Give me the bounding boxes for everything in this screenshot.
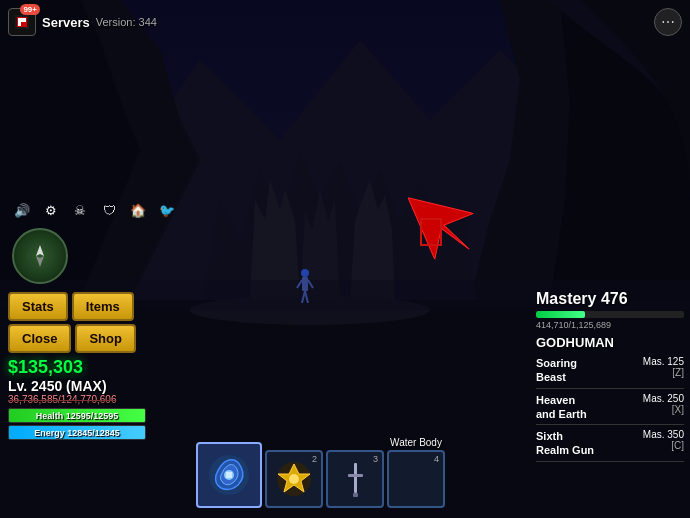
svg-rect-22 bbox=[18, 18, 21, 26]
home-icon[interactable]: 🏠 bbox=[126, 198, 150, 222]
skill-name-1: Heavenand Earth bbox=[536, 393, 587, 422]
svg-line-15 bbox=[297, 280, 302, 288]
level-display: Lv. 2450 (MAX) bbox=[8, 378, 146, 394]
player-character bbox=[295, 268, 315, 307]
svg-rect-32 bbox=[354, 463, 357, 493]
hotbar-slot-2[interactable]: 2 bbox=[265, 450, 323, 508]
skill-mas-0: Mas. 125 bbox=[643, 356, 684, 367]
svg-marker-25 bbox=[36, 245, 44, 256]
skill-info-1: Mas. 250 [X] bbox=[643, 393, 684, 415]
slot-4-number: 4 bbox=[434, 454, 439, 464]
svg-line-16 bbox=[308, 280, 313, 288]
stats-button[interactable]: Stats bbox=[8, 292, 68, 321]
xp-display: 36,736,585/124,770,606 bbox=[8, 394, 146, 405]
server-label: Servers bbox=[42, 15, 90, 30]
water-body-label: Water Body bbox=[390, 437, 442, 448]
left-panel: Stats Items Close Shop $135,303 Lv. 2450… bbox=[8, 292, 146, 440]
close-button[interactable]: Close bbox=[8, 324, 71, 353]
hotbar-slot-3[interactable]: 3 bbox=[326, 450, 384, 508]
money-display: $135,303 bbox=[8, 357, 146, 378]
version-label: Version: 344 bbox=[96, 16, 157, 28]
target-box bbox=[420, 218, 442, 246]
svg-rect-33 bbox=[348, 474, 363, 477]
skill-row-0: SoaringBeast Mas. 125 [Z] bbox=[536, 356, 684, 389]
skill-row-1: Heavenand Earth Mas. 250 [X] bbox=[536, 393, 684, 426]
notification-badge: 99+ bbox=[20, 4, 40, 15]
skill-mas-2: Mas. 350 bbox=[643, 429, 684, 440]
svg-rect-14 bbox=[302, 277, 308, 291]
svg-line-18 bbox=[305, 291, 308, 303]
skill-name-2: SixthRealm Gun bbox=[536, 429, 594, 458]
svg-point-31 bbox=[289, 474, 299, 484]
health-bar: Health 12595/12595 bbox=[8, 408, 146, 423]
bird-icon[interactable]: 🐦 bbox=[155, 198, 179, 222]
menu-button[interactable]: ⋯ bbox=[654, 8, 682, 36]
hotbar: 2 3 Water Body 4 bbox=[196, 437, 445, 508]
skill-key-1: [X] bbox=[643, 404, 684, 415]
skill-key-0: [Z] bbox=[643, 367, 684, 378]
mastery-sub: 414,710/1,125,689 bbox=[536, 320, 684, 330]
icons-bar: 🔊 ⚙ ☠ 🛡 🏠 🐦 bbox=[10, 198, 179, 222]
energy-bar: Energy 12845/12845 bbox=[8, 425, 146, 440]
mastery-title: Mastery 476 bbox=[536, 290, 684, 308]
hotbar-slot-1[interactable] bbox=[196, 442, 262, 508]
hotbar-slot-4[interactable]: 4 bbox=[387, 450, 445, 508]
compass bbox=[12, 228, 68, 284]
skill-key-2: [C] bbox=[643, 440, 684, 451]
skill-info-0: Mas. 125 [Z] bbox=[643, 356, 684, 378]
skill-info-2: Mas. 350 [C] bbox=[643, 429, 684, 451]
top-bar: 99+ Servers Version: 344 ⋯ bbox=[8, 8, 682, 36]
svg-point-13 bbox=[301, 269, 309, 277]
health-text: Health 12595/12595 bbox=[36, 411, 119, 421]
skill-row-2: SixthRealm Gun Mas. 350 [C] bbox=[536, 429, 684, 462]
items-button[interactable]: Items bbox=[72, 292, 134, 321]
sound-icon[interactable]: 🔊 bbox=[10, 198, 34, 222]
mastery-bar-fill bbox=[536, 311, 585, 318]
energy-fill: Energy 12845/12845 bbox=[9, 426, 145, 439]
slot-2-number: 2 bbox=[312, 454, 317, 464]
mastery-bar-container bbox=[536, 311, 684, 318]
settings-icon[interactable]: ⚙ bbox=[39, 198, 63, 222]
shop-button[interactable]: Shop bbox=[75, 324, 136, 353]
energy-text: Energy 12845/12845 bbox=[34, 428, 120, 438]
slot-3-number: 3 bbox=[373, 454, 378, 464]
godhuman-title: GODHUMAN bbox=[536, 335, 684, 350]
right-panel: Mastery 476 414,710/1,125,689 GODHUMAN S… bbox=[536, 290, 684, 466]
skill-mas-1: Mas. 250 bbox=[643, 393, 684, 404]
menu-dots-icon: ⋯ bbox=[661, 14, 675, 30]
svg-rect-34 bbox=[353, 493, 358, 497]
svg-marker-23 bbox=[21, 18, 26, 22]
shield-icon[interactable]: 🛡 bbox=[97, 198, 121, 222]
skill-name-0: SoaringBeast bbox=[536, 356, 577, 385]
skull-icon[interactable]: ☠ bbox=[68, 198, 92, 222]
svg-marker-26 bbox=[36, 256, 44, 267]
health-fill: Health 12595/12595 bbox=[9, 409, 145, 422]
